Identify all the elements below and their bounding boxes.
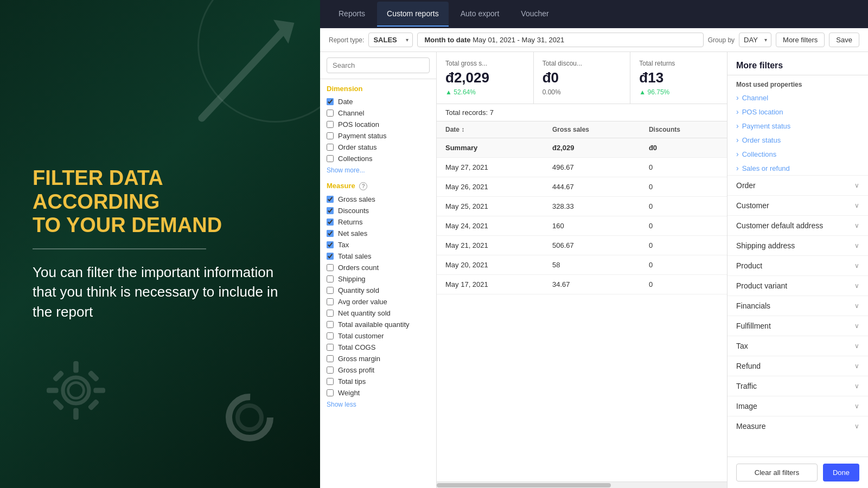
search-input[interactable] xyxy=(327,57,430,73)
checkbox-shipping[interactable]: Shipping xyxy=(320,273,436,285)
mf-group-shipping-address[interactable]: Shipping address ∨ xyxy=(727,235,868,255)
svg-rect-6 xyxy=(47,388,59,393)
chevron-down-icon: ∨ xyxy=(854,242,859,249)
mf-group-financials[interactable]: Financials ∨ xyxy=(727,296,868,316)
mf-item-collections[interactable]: Collections xyxy=(727,147,868,161)
checkbox-orders-count[interactable]: Orders count xyxy=(320,262,436,273)
cell-date-3: May 25, 2021 xyxy=(437,197,544,216)
col-discounts[interactable]: Discounts xyxy=(640,121,727,138)
chevron-down-icon: ∨ xyxy=(854,282,859,290)
horizontal-scrollbar[interactable] xyxy=(437,481,727,488)
svg-rect-8 xyxy=(53,370,65,382)
returns-card-label: Total returns xyxy=(639,60,718,67)
cell-summary-disc: đ0 xyxy=(640,138,727,158)
title-divider xyxy=(33,248,206,249)
report-main: Total gross s... đ2,029 ▲ 52.64% Total d… xyxy=(437,52,727,488)
checkbox-net-quantity-sold[interactable]: Net quantity sold xyxy=(320,307,436,319)
checkbox-weight[interactable]: Weight xyxy=(320,387,436,399)
measure-help-icon[interactable]: ? xyxy=(359,182,367,190)
report-type-label: Report type: xyxy=(329,36,364,44)
dimension-label: Dimension xyxy=(320,79,436,96)
checkbox-total-available-quantity[interactable]: Total available quantity xyxy=(320,319,436,330)
show-less-link[interactable]: Show less xyxy=(320,399,436,410)
chevron-down-icon: ∨ xyxy=(854,422,859,430)
checkbox-avg-order-value[interactable]: Avg order value xyxy=(320,296,436,307)
mf-group-traffic[interactable]: Traffic ∨ xyxy=(727,376,868,396)
group-by-select[interactable]: DAY xyxy=(739,33,771,47)
date-range-button[interactable]: Month to date May 01, 2021 - May 31, 202… xyxy=(417,33,703,47)
cell-gross-6: 58 xyxy=(544,255,640,275)
cell-disc-5: 0 xyxy=(640,236,727,255)
gross-card-value: đ2,029 xyxy=(445,69,525,86)
data-table[interactable]: Date ↕ Gross sales Discounts Summary đ2,… xyxy=(437,121,727,481)
checkbox-total-cogs[interactable]: Total COGS xyxy=(320,342,436,353)
mf-item-payment-status[interactable]: Payment status xyxy=(727,119,868,133)
checkbox-total-sales[interactable]: Total sales xyxy=(320,251,436,262)
mf-group-measure[interactable]: Measure ∨ xyxy=(727,416,868,436)
table-row: May 24, 2021 160 0 xyxy=(437,216,727,236)
gear-large-icon xyxy=(43,358,108,423)
tab-auto-export[interactable]: Auto export xyxy=(451,2,509,27)
save-button[interactable]: Save xyxy=(829,33,859,47)
cell-disc-2: 0 xyxy=(640,177,727,197)
report-type-select[interactable]: SALES xyxy=(368,33,413,47)
checkbox-payment-status[interactable]: Payment status xyxy=(320,130,436,142)
more-filters-button[interactable]: More filters xyxy=(776,33,825,47)
checkbox-channel[interactable]: Channel xyxy=(320,107,436,119)
tab-reports[interactable]: Reports xyxy=(329,2,375,27)
cell-date-7: May 17, 2021 xyxy=(437,275,544,294)
cell-date-4: May 24, 2021 xyxy=(437,216,544,236)
mf-item-pos-location[interactable]: POS location xyxy=(727,105,868,119)
mf-item-order-status[interactable]: Order status xyxy=(727,133,868,147)
chevron-down-icon: ∨ xyxy=(854,302,859,310)
mf-item-sales-or-refund[interactable]: Sales or refund xyxy=(727,161,868,175)
clear-all-filters-button[interactable]: Clear all filters xyxy=(736,464,818,481)
mf-group-tax[interactable]: Tax ∨ xyxy=(727,336,868,356)
mf-group-product[interactable]: Product ∨ xyxy=(727,255,868,275)
cell-gross-1: 496.67 xyxy=(544,158,640,177)
done-button[interactable]: Done xyxy=(823,464,859,481)
mf-group-image[interactable]: Image ∨ xyxy=(727,396,868,416)
summary-card-returns: Total returns đ13 ▲ 96.75% xyxy=(630,52,727,104)
mf-group-product-variant[interactable]: Product variant ∨ xyxy=(727,275,868,296)
table-row: May 26, 2021 444.67 0 xyxy=(437,177,727,197)
checkbox-pos-location[interactable]: POS location xyxy=(320,119,436,130)
mf-group-order[interactable]: Order ∨ xyxy=(727,175,868,195)
table-row: May 27, 2021 496.67 0 xyxy=(437,158,727,177)
col-date[interactable]: Date ↕ xyxy=(437,121,544,138)
mf-item-channel[interactable]: Channel xyxy=(727,91,868,105)
table-row-summary: Summary đ2,029 đ0 xyxy=(437,138,727,158)
checkbox-discounts[interactable]: Discounts xyxy=(320,205,436,216)
measure-label: Measure ? xyxy=(320,176,436,194)
checkbox-returns[interactable]: Returns xyxy=(320,216,436,228)
chevron-down-icon: ∨ xyxy=(854,342,859,350)
col-gross-sales[interactable]: Gross sales xyxy=(544,121,640,138)
checkbox-date[interactable]: Date xyxy=(320,96,436,107)
cell-gross-4: 160 xyxy=(544,216,640,236)
checkbox-order-status[interactable]: Order status xyxy=(320,142,436,153)
checkbox-collections[interactable]: Collections xyxy=(320,153,436,164)
checkbox-gross-profit[interactable]: Gross profit xyxy=(320,364,436,376)
tab-custom-reports[interactable]: Custom reports xyxy=(377,2,449,27)
left-panel: FILTER DATA ACCORDING TO YOUR DEMAND You… xyxy=(0,0,320,488)
mf-group-customer[interactable]: Customer ∨ xyxy=(727,195,868,215)
checkbox-total-tips[interactable]: Total tips xyxy=(320,376,436,387)
chevron-down-icon: ∨ xyxy=(854,402,859,410)
mf-group-fulfillment[interactable]: Fulfillment ∨ xyxy=(727,316,868,336)
checkbox-net-sales[interactable]: Net sales xyxy=(320,228,436,239)
mf-group-customer-default-address[interactable]: Customer default address ∨ xyxy=(727,215,868,235)
total-records: Total records: 7 xyxy=(437,104,727,121)
show-more-link[interactable]: Show more... xyxy=(320,164,436,176)
main-title: FILTER DATA ACCORDING TO YOUR DEMAND xyxy=(33,166,288,237)
checkbox-gross-sales[interactable]: Gross sales xyxy=(320,194,436,205)
scrollbar-thumb[interactable] xyxy=(437,483,611,487)
checkbox-quantity-sold[interactable]: Quantity sold xyxy=(320,285,436,296)
tab-voucher[interactable]: Voucher xyxy=(511,2,558,27)
checkbox-tax[interactable]: Tax xyxy=(320,239,436,251)
checkbox-total-customer[interactable]: Total customer xyxy=(320,330,436,342)
chevron-down-icon: ∨ xyxy=(854,382,859,390)
checkbox-gross-margin[interactable]: Gross margin xyxy=(320,353,436,364)
cell-disc-6: 0 xyxy=(640,255,727,275)
summary-card-discounts: Total discou... đ0 0.00% xyxy=(534,52,631,104)
mf-group-refund[interactable]: Refund ∨ xyxy=(727,356,868,376)
